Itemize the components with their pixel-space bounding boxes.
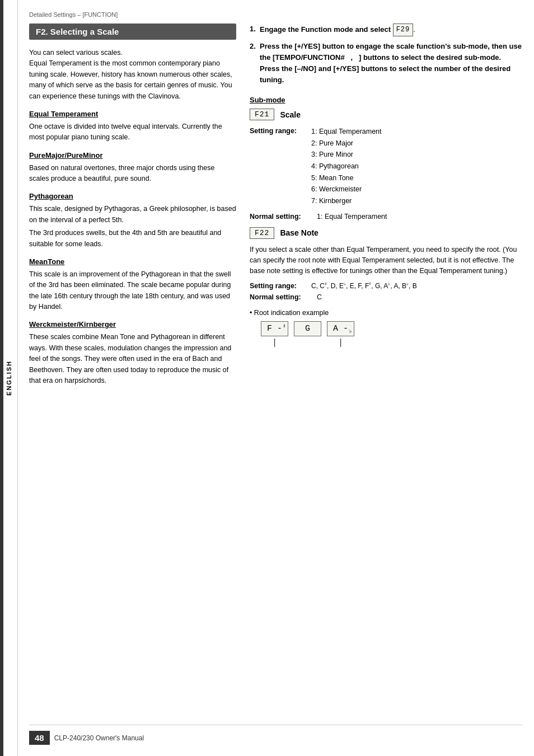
section-title: F2. Selecting a Scale [29, 24, 236, 40]
scale-range-value-7: 7: Kirnberger [311, 195, 523, 207]
subsection-werck-title: Werckmeister/Kirnberger [29, 320, 236, 328]
sidebar-language-label: ENGLISH [6, 360, 12, 396]
lcd-g-box: G [294, 321, 321, 336]
lcd-display-row: F - ♯ | G [261, 321, 523, 348]
scale-range-value-2: 2: Pure Major [311, 138, 523, 149]
base-note-normal-value: C [317, 293, 322, 301]
root-indication-label: • Root indication example [250, 309, 523, 317]
f22-title: Base Note [280, 228, 318, 237]
subsection-pure-title: PureMajor/PureMinor [29, 151, 236, 159]
submode-heading: Sub-mode [250, 96, 523, 104]
left-column: F2. Selecting a Scale You can select var… [29, 24, 236, 725]
base-note-description: If you select a scale other than Equal T… [250, 245, 523, 277]
scale-normal-value: 1: Equal Temperament [317, 213, 387, 220]
section-intro: You can select various scales. Equal Tem… [29, 48, 236, 102]
f22-row: F22 Base Note [250, 227, 523, 239]
page-number: 48 [29, 731, 50, 745]
two-column-layout: F2. Selecting a Scale You can select var… [29, 24, 523, 725]
lcd-f-sharp-symbol: ♯ [283, 323, 286, 330]
f21-lcd: F21 [250, 109, 274, 120]
lcd-a-flat-symbol: ♭ [349, 328, 352, 335]
base-note-range-values: C, C♯, D, E♭, E, F, F♯, G, A♭, A, B♭, B [311, 281, 417, 290]
base-note-range-row: Setting range: C, C♯, D, E♭, E, F, F♯, G… [250, 281, 523, 290]
subsection-pythagorean-title: Pythagorean [29, 192, 236, 200]
subsection-pythagorean-body2: The 3rd produces swells, but the 4th and… [29, 228, 236, 250]
page-footer: 48 CLP-240/230 Owner's Manual [29, 725, 523, 745]
main-content: Detailed Settings – [FUNCTION] F2. Selec… [18, 0, 534, 756]
subsection-equal-temperament-title: Equal Temperament [29, 110, 236, 118]
subsection-meantone-body: This scale is an improvement of the Pyth… [29, 269, 236, 313]
scale-range-value-6: 6: Werckmeister [311, 184, 523, 195]
subsection-werck-body: These scales combine Mean Tone and Pytha… [29, 332, 236, 386]
f21-title: Scale [280, 110, 301, 119]
lcd-a-flat-pointer: | [339, 337, 341, 348]
sidebar-accent-bar [0, 0, 3, 756]
subsection-pure-body: Based on natural overtones, three major … [29, 163, 236, 185]
scale-range-value-1: 1: Equal Temperament [311, 126, 523, 138]
base-note-normal-label: Normal setting: [250, 293, 317, 301]
subsection-equal-temperament-body: One octave is divided into twelve equal … [29, 121, 236, 143]
step1-text: Engage the Function mode and select [260, 25, 391, 34]
manual-title: CLP-240/230 Owner's Manual [54, 734, 144, 742]
step2-text-a: Press the [+/YES] button to engage the s… [260, 42, 522, 62]
subsection-meantone-title: MeanTone [29, 257, 236, 266]
root-indication-section: • Root indication example F - ♯ | [250, 309, 523, 348]
step1-number: 1. [250, 24, 256, 35]
intro-line1: You can select various scales. [29, 49, 123, 57]
f22-lcd: F22 [250, 227, 274, 239]
lcd-f-sharp-item: F - ♯ | [261, 321, 288, 348]
scale-range-value-4: 4: Pythagorean [311, 161, 523, 172]
intro-line2: Equal Temperament is the most common con… [29, 59, 232, 100]
instruction-step2: 2. Press the [+/YES] button to engage th… [250, 41, 523, 86]
step1-lcd: F29 [393, 24, 414, 36]
scale-range-values: 1: Equal Temperament 2: Pure Major 3: Pu… [311, 126, 523, 206]
scale-normal-setting-row: Normal setting: 1: Equal Temperament [250, 213, 523, 220]
subsection-pythagorean-body1: This scale, designed by Pythagoras, a Gr… [29, 204, 236, 226]
scale-normal-label: Normal setting: [250, 213, 317, 220]
breadcrumb: Detailed Settings – [FUNCTION] [29, 11, 523, 18]
right-column: 1. Engage the Function mode and select F… [250, 24, 523, 725]
lcd-a-flat-box: A - ♭ [327, 321, 354, 336]
f21-row: F21 Scale [250, 109, 523, 120]
step2-number: 2. [250, 41, 256, 52]
base-note-range-label: Setting range: [250, 282, 311, 290]
scale-range-row: Setting range: 1: Equal Temperament 2: P… [250, 126, 523, 206]
lcd-a-flat-item: A - ♭ | [327, 321, 354, 348]
base-note-normal-row: Normal setting: C [250, 293, 523, 301]
instruction-step1: 1. Engage the Function mode and select F… [250, 24, 523, 36]
sidebar: ENGLISH [0, 0, 18, 756]
step2-text-b: Press the [–/NO] and [+/YES] buttons to … [260, 64, 510, 84]
lcd-f-sharp-box: F - ♯ [261, 321, 288, 336]
lcd-g-item: G [294, 321, 321, 336]
scale-range-value-3: 3: Pure Minor [311, 149, 523, 161]
scale-range-label: Setting range: [250, 126, 311, 206]
lcd-f-sharp-pointer: | [273, 337, 275, 348]
scale-range-value-5: 5: Mean Tone [311, 172, 523, 184]
instruction-list: 1. Engage the Function mode and select F… [250, 24, 523, 86]
scale-setting-block: Setting range: 1: Equal Temperament 2: P… [250, 126, 523, 206]
